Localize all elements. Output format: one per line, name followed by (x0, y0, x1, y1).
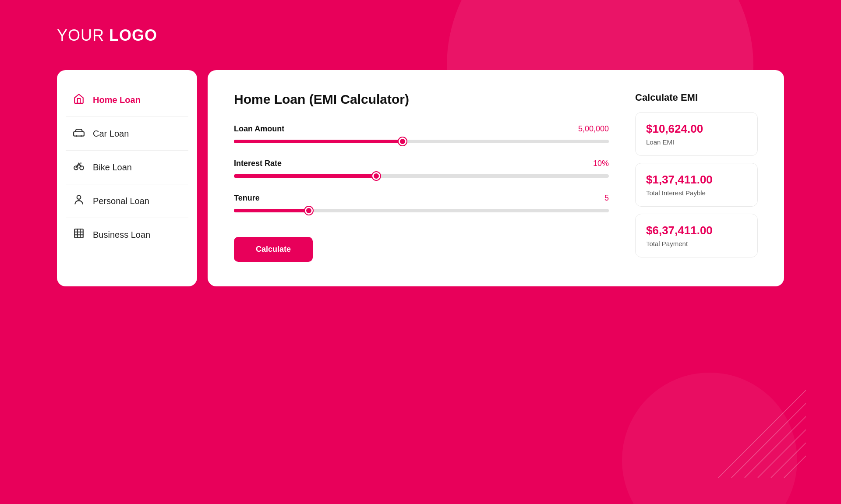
loan-amount-header: Loan Amount 5,00,000 (234, 124, 609, 134)
logo-text-bold: LOGO (109, 26, 157, 44)
loan-amount-label: Loan Amount (234, 124, 284, 134)
svg-line-4 (771, 443, 806, 478)
total-interest-label: Total Interest Payble (646, 189, 747, 197)
sidebar-item-business-loan[interactable]: Business Loan (66, 218, 188, 251)
sidebar-item-car-loan[interactable]: Car Loan (66, 117, 188, 151)
result-card-loan-emi: $10,624.00 Loan EMI (635, 112, 758, 156)
interest-rate-label: Interest Rate (234, 159, 282, 168)
interest-rate-group: Interest Rate 10% (234, 159, 609, 178)
svg-rect-12 (74, 229, 83, 238)
main-panel: Home Loan (EMI Calculator) Loan Amount 5… (208, 70, 784, 286)
loan-emi-label: Loan EMI (646, 138, 747, 146)
tenure-fill (234, 209, 309, 212)
svg-line-3 (758, 430, 806, 478)
tenure-group: Tenure 5 (234, 194, 609, 212)
logo: YOUR LOGO (57, 26, 157, 45)
total-payment-amount: $6,37,411.00 (646, 224, 747, 237)
interest-rate-header: Interest Rate 10% (234, 159, 609, 168)
total-payment-label: Total Payment (646, 240, 747, 247)
sidebar: Home Loan Car Loan (57, 70, 197, 286)
interest-rate-fill (234, 174, 376, 178)
tenure-label: Tenure (234, 194, 260, 203)
sidebar-item-personal-loan[interactable]: Personal Loan (66, 184, 188, 218)
sidebar-label-business-loan: Business Loan (93, 230, 150, 240)
svg-point-10 (80, 166, 84, 170)
calculate-button[interactable]: Calculate (234, 237, 313, 262)
loan-amount-fill (234, 140, 403, 143)
svg-line-0 (718, 390, 806, 478)
building-icon (73, 228, 85, 242)
results-title: Calculate EMI (635, 92, 758, 103)
sidebar-label-car-loan: Car Loan (93, 129, 129, 139)
results-section: Calculate EMI $10,624.00 Loan EMI $1,37,… (635, 92, 758, 264)
tenure-header: Tenure 5 (234, 194, 609, 203)
sidebar-item-home-loan[interactable]: Home Loan (66, 83, 188, 117)
loan-amount-thumb[interactable] (399, 137, 406, 145)
svg-rect-6 (74, 132, 84, 136)
sidebar-label-home-loan: Home Loan (93, 95, 141, 105)
sidebar-label-personal-loan: Personal Loan (93, 196, 149, 206)
tenure-thumb[interactable] (305, 207, 313, 215)
main-container: Home Loan Car Loan (57, 70, 784, 286)
interest-rate-value: 10% (593, 159, 609, 168)
logo-text-normal: YOUR (57, 26, 109, 44)
svg-point-11 (77, 195, 81, 199)
calculator-section: Home Loan (EMI Calculator) Loan Amount 5… (234, 92, 609, 264)
home-icon (73, 93, 85, 107)
person-icon (73, 194, 85, 208)
svg-point-8 (81, 135, 82, 137)
sidebar-label-bike-loan: Bike Loan (93, 162, 132, 173)
bike-icon (73, 160, 85, 174)
svg-line-2 (745, 416, 806, 478)
result-card-total-payment: $6,37,411.00 Total Payment (635, 214, 758, 257)
interest-rate-thumb[interactable] (372, 172, 380, 180)
bg-decoration-lines (718, 390, 806, 478)
loan-amount-group: Loan Amount 5,00,000 (234, 124, 609, 143)
car-icon (73, 127, 85, 141)
svg-point-7 (76, 135, 77, 137)
loan-amount-value: 5,00,000 (578, 124, 609, 134)
panel-title: Home Loan (EMI Calculator) (234, 92, 609, 107)
interest-rate-track[interactable] (234, 174, 609, 178)
svg-line-5 (784, 456, 806, 478)
loan-emi-amount: $10,624.00 (646, 122, 747, 136)
result-card-total-interest: $1,37,411.00 Total Interest Payble (635, 163, 758, 207)
tenure-value: 5 (604, 194, 609, 203)
total-interest-amount: $1,37,411.00 (646, 173, 747, 187)
sidebar-item-bike-loan[interactable]: Bike Loan (66, 151, 188, 184)
tenure-track[interactable] (234, 209, 609, 212)
loan-amount-track[interactable] (234, 140, 609, 143)
